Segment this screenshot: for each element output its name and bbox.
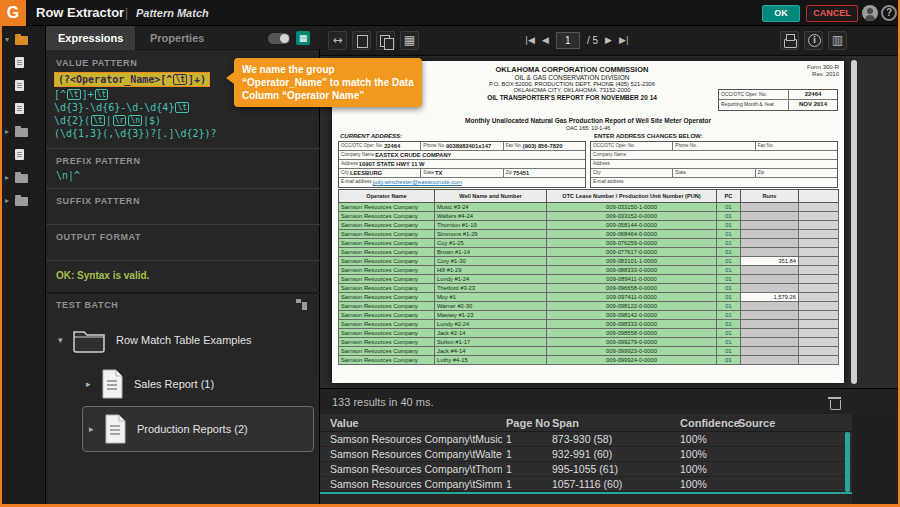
- sidebar-tree-item[interactable]: ▸: [0, 122, 45, 141]
- doc-table-row[interactable]: Samson Resources CompanyMusic #3-24009-0…: [339, 203, 839, 212]
- doc-table-row[interactable]: Samson Resources CompanyThornton #1-1900…: [339, 221, 839, 230]
- column-header-span[interactable]: Span: [552, 414, 579, 432]
- column-header-page-no[interactable]: Page No: [506, 414, 550, 432]
- doc-cell: [799, 248, 839, 257]
- column-header-confidence[interactable]: Confidence: [680, 414, 740, 432]
- sidebar-tree-item[interactable]: ▸: [0, 191, 45, 210]
- doc-cell: 009-097411-0-0000: [547, 293, 717, 302]
- sidebar-tree-item[interactable]: ▾: [0, 30, 45, 49]
- doc-table-row[interactable]: Samson Resources CompanyHill #1-29009-08…: [339, 266, 839, 275]
- doc-table-row[interactable]: Samson Resources CompanyLundy #1-24009-0…: [339, 275, 839, 284]
- ok-button[interactable]: OK: [762, 5, 800, 22]
- clear-results-icon[interactable]: [828, 395, 841, 410]
- doc-table-row[interactable]: Samson Resources CompanySutton #1-17009-…: [339, 338, 839, 347]
- help-button[interactable]: ?: [881, 5, 897, 21]
- sidebar-tree-item[interactable]: [0, 53, 45, 72]
- column-header-source[interactable]: Source: [738, 414, 775, 432]
- result-row[interactable]: Samson Resources Company\tWalters #4-...…: [320, 447, 852, 462]
- column-header-value[interactable]: Value: [330, 414, 359, 432]
- title-separator: |: [125, 0, 128, 26]
- value-pattern-line[interactable]: \d{2}(\t|\r\n|$): [54, 114, 314, 127]
- result-row[interactable]: Samson Resources Company\tThornton #...1…: [320, 462, 852, 477]
- doc-table-header: Runs: [741, 190, 799, 203]
- test-batch-item[interactable]: ▾Row Match Table Examples: [46, 318, 320, 362]
- document-oac: OAC 165: 10-1-46: [372, 125, 804, 131]
- doc-cell: Coy #1-25: [435, 239, 547, 248]
- doc-cell: Thetford #3-23: [435, 284, 547, 293]
- fit-page-icon[interactable]: [352, 31, 371, 50]
- pages-icon[interactable]: [376, 31, 395, 50]
- doc-table-row[interactable]: Samson Resources CompanyJack #2-14009-09…: [339, 329, 839, 338]
- first-page-button[interactable]: |◀: [525, 31, 535, 50]
- chevron-icon: ▸: [5, 196, 15, 205]
- next-page-button[interactable]: ▶: [605, 31, 612, 50]
- prev-page-button[interactable]: ◀: [542, 31, 549, 50]
- document-page[interactable]: Form 300-R Rev. 2010 OKLAHOMA CORPORATIO…: [332, 61, 844, 383]
- doc-cell: [799, 338, 839, 347]
- sidebar-tree-item[interactable]: ▸: [0, 168, 45, 187]
- doc-table-row[interactable]: Samson Resources CompanyJack #4-14009-09…: [339, 347, 839, 356]
- result-row[interactable]: Samson Resources Company\tSimmons #...11…: [320, 477, 852, 492]
- doc-table-row[interactable]: Samson Resources CompanyThetford #3-2300…: [339, 284, 839, 293]
- sidebar-tree-item[interactable]: [0, 76, 45, 95]
- escape-token-icon: \t: [67, 89, 81, 100]
- doc-cell: Thornton #1-19: [435, 221, 547, 230]
- doc-cell: 01: [717, 302, 741, 311]
- doc-cell: [741, 338, 799, 347]
- doc-cell: 01: [717, 347, 741, 356]
- print-icon[interactable]: [780, 31, 799, 50]
- doc-table-row[interactable]: Samson Resources CompanyWalters #4-24009…: [339, 212, 839, 221]
- doc-cell: 009-068464-0-0000: [547, 230, 717, 239]
- sidebar-tree-item[interactable]: [0, 145, 45, 164]
- doc-cell: 01: [717, 284, 741, 293]
- result-cell: 100%: [680, 477, 707, 491]
- doc-cell: 01: [717, 257, 741, 266]
- address-field: Zip: [756, 169, 837, 177]
- tab-expressions[interactable]: Expressions: [46, 26, 135, 50]
- sidebar-tree-item[interactable]: [0, 99, 45, 118]
- value-pattern-line[interactable]: (\d{1,3}(,\d{3})?[.]\d{2})?: [54, 127, 314, 140]
- divider: [46, 260, 320, 261]
- syntax-status: OK: Syntax is valid.: [56, 270, 149, 281]
- info-icon[interactable]: [804, 31, 823, 50]
- field-label: City: [339, 169, 350, 177]
- address-field: E-mail address: [591, 178, 837, 187]
- viewer-scrollbar[interactable]: [851, 60, 857, 384]
- test-batch-item[interactable]: ▸Production Reports (2): [82, 406, 314, 452]
- result-row[interactable]: Samson Resources Company\tMusic #3-24...…: [320, 432, 852, 447]
- thumbnails-icon[interactable]: [400, 31, 419, 50]
- doc-cell: Samson Resources Company: [339, 284, 435, 293]
- last-page-button[interactable]: ▶|: [619, 31, 629, 50]
- results-scrollbar[interactable]: [845, 432, 850, 492]
- value-pattern-line[interactable]: (?<Operator_Name>[^\t]+): [54, 72, 210, 87]
- doc-cell: 01: [717, 266, 741, 275]
- doc-table-row[interactable]: Samson Resources CompanyCory #1-30009-08…: [339, 257, 839, 266]
- panel-toggle[interactable]: [268, 33, 290, 44]
- doc-table-row[interactable]: Samson Resources CompanySimmons #1-29009…: [339, 230, 839, 239]
- batch-hierarchy-icon[interactable]: [296, 299, 308, 310]
- layout-icon[interactable]: [828, 31, 847, 50]
- doc-table-row[interactable]: Samson Resources CompanyMassey #1-23009-…: [339, 311, 839, 320]
- tab-properties[interactable]: Properties: [138, 26, 216, 50]
- doc-table-row[interactable]: Samson Resources CompanyLuthy #4-15009-0…: [339, 356, 839, 365]
- doc-cell: 009-098122-0-0000: [547, 302, 717, 311]
- doc-cell: 01: [717, 320, 741, 329]
- doc-table-row[interactable]: Samson Resources CompanyBrown #1-14009-0…: [339, 248, 839, 257]
- doc-table-row[interactable]: Samson Resources CompanyLundy #2-24009-0…: [339, 320, 839, 329]
- doc-table-row[interactable]: Samson Resources CompanyMoy #1009-097411…: [339, 293, 839, 302]
- prefix-pattern-editor[interactable]: \n|^: [56, 170, 80, 181]
- doc-table-row[interactable]: Samson Resources CompanyCoy #1-25009-076…: [339, 239, 839, 248]
- address-row: Address10907 STATE HWY 11 W: [339, 160, 585, 169]
- fit-width-icon[interactable]: [328, 31, 347, 50]
- user-avatar[interactable]: [862, 5, 878, 21]
- doc-cell: 01: [717, 230, 741, 239]
- file-icon: [15, 103, 24, 114]
- page-number-input[interactable]: 1: [556, 32, 580, 49]
- doc-cell: [741, 284, 799, 293]
- test-mode-icon[interactable]: ▦: [296, 31, 310, 45]
- doc-table-row[interactable]: Samson Resources CompanyWarner #2-30009-…: [339, 302, 839, 311]
- cancel-button[interactable]: CANCEL: [806, 5, 858, 22]
- chevron-icon: ▸: [5, 173, 15, 182]
- doc-cell: Samson Resources Company: [339, 212, 435, 221]
- test-batch-item[interactable]: ▸Sales Report (1): [46, 362, 320, 406]
